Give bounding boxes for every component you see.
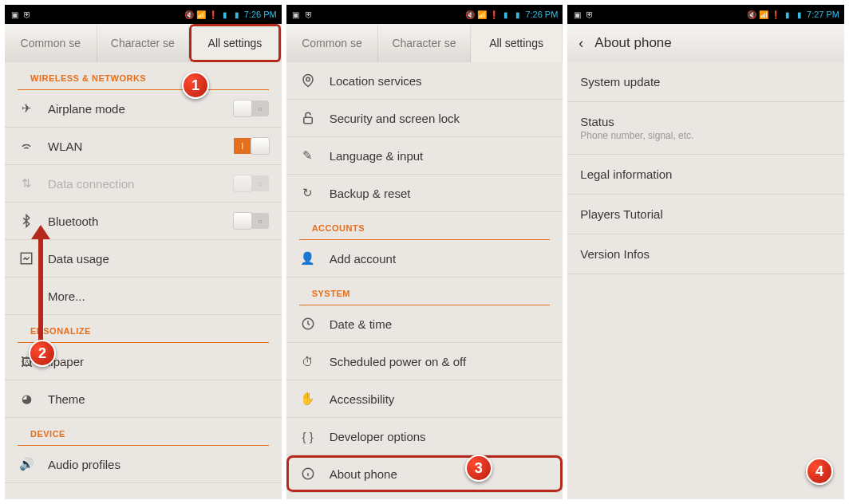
image-icon: ▣ bbox=[572, 10, 582, 19]
location-icon bbox=[299, 72, 317, 89]
screen-3: ▣⛨ 🔇📶❗▮▮7:27 PM ‹ About phone System upd… bbox=[567, 5, 844, 499]
pen-icon: ✎ bbox=[299, 147, 317, 164]
tab-all-settings[interactable]: All settings bbox=[471, 24, 563, 62]
item-label: Accessibility bbox=[330, 392, 395, 406]
section-personalize: ERSONALIZE bbox=[18, 315, 269, 343]
clock: 7:27 PM bbox=[807, 10, 839, 19]
item-developer[interactable]: { }Developer options bbox=[286, 418, 563, 455]
battery-icon: ▮ bbox=[513, 10, 523, 19]
badge-4: 4 bbox=[806, 458, 833, 485]
svg-point-1 bbox=[306, 77, 310, 81]
item-label: Bluetooth bbox=[48, 215, 98, 228]
signal-icon: ▮ bbox=[783, 10, 792, 19]
item-more[interactable]: More... bbox=[5, 278, 282, 315]
clock: 7:26 PM bbox=[525, 10, 558, 19]
tabs: Common se Character se All settings bbox=[5, 24, 282, 62]
settings-list[interactable]: WIRELESS & NETWORKS ✈ Airplane mode ○ WL… bbox=[5, 62, 282, 499]
item-wlan[interactable]: WLAN I bbox=[5, 128, 282, 165]
item-scheduled[interactable]: ⏱Scheduled power on & off bbox=[286, 343, 563, 380]
airplane-toggle[interactable]: ○ bbox=[234, 100, 269, 116]
item-security[interactable]: Security and screen lock bbox=[286, 100, 563, 137]
item-label: Status bbox=[580, 115, 831, 128]
wifi-icon bbox=[18, 137, 35, 155]
item-label: Date & time bbox=[330, 317, 392, 331]
item-label: Theme bbox=[48, 392, 85, 406]
item-label: Add account bbox=[330, 252, 396, 266]
status-bar: ▣ ⛨ 🔇 📶 ❗ ▮ ▮ 7:26 PM bbox=[5, 5, 282, 24]
item-tutorial[interactable]: Players Tutorial bbox=[567, 195, 844, 234]
item-legal[interactable]: Legal information bbox=[567, 155, 844, 195]
item-accessibility[interactable]: ✋Accessibility bbox=[286, 380, 563, 418]
shield-icon: ⛨ bbox=[22, 10, 32, 19]
badge-3: 3 bbox=[465, 455, 492, 482]
item-data-connection: ⇅ Data connection ○ bbox=[5, 165, 282, 203]
data-icon: ⇅ bbox=[18, 175, 35, 192]
item-location[interactable]: Location services bbox=[286, 62, 563, 100]
item-sublabel: Phone number, signal, etc. bbox=[580, 130, 831, 141]
page-title: About phone bbox=[594, 35, 671, 51]
back-button[interactable]: ‹ bbox=[579, 35, 583, 52]
item-about-phone[interactable]: About phone bbox=[286, 455, 563, 493]
hand-icon: ✋ bbox=[299, 390, 317, 408]
item-version[interactable]: Version Infos bbox=[567, 234, 844, 274]
battery-icon: ▮ bbox=[232, 10, 242, 19]
item-label: Version Infos bbox=[580, 247, 831, 261]
shield-icon: ⛨ bbox=[304, 10, 314, 19]
image-icon: ▣ bbox=[291, 10, 301, 19]
settings-list[interactable]: Location services Security and screen lo… bbox=[286, 62, 563, 499]
airplane-icon: ✈ bbox=[18, 100, 35, 117]
item-label: Scheduled power on & off bbox=[330, 355, 467, 368]
section-system: SYSTEM bbox=[299, 278, 551, 305]
item-datetime[interactable]: Date & time bbox=[286, 305, 563, 343]
clock-icon bbox=[299, 315, 317, 333]
item-audio[interactable]: 🔊 Audio profiles bbox=[5, 446, 282, 483]
wifi-icon: 📶 bbox=[477, 10, 487, 19]
mute-icon: 🔇 bbox=[465, 10, 475, 19]
badge-2: 2 bbox=[29, 340, 56, 367]
item-label: Security and screen lock bbox=[330, 112, 460, 125]
item-label: WLAN bbox=[48, 140, 82, 153]
mute-icon: 🔇 bbox=[747, 10, 756, 19]
alert-icon: ❗ bbox=[771, 10, 780, 19]
item-label: Audio profiles bbox=[48, 458, 120, 471]
svg-rect-2 bbox=[303, 117, 312, 124]
wlan-toggle[interactable]: I bbox=[234, 138, 269, 154]
braces-icon: { } bbox=[299, 427, 317, 445]
item-data-usage[interactable]: Data usage bbox=[5, 240, 282, 278]
timer-icon: ⏱ bbox=[299, 352, 317, 370]
section-accounts: ACCOUNTS bbox=[299, 212, 551, 240]
item-label: About phone bbox=[330, 467, 397, 481]
item-add-account[interactable]: 👤Add account bbox=[286, 240, 563, 278]
item-label: Location services bbox=[330, 74, 422, 88]
item-airplane[interactable]: ✈ Airplane mode ○ bbox=[5, 90, 282, 128]
tab-character[interactable]: Character se bbox=[97, 24, 190, 62]
item-backup[interactable]: ↻Backup & reset bbox=[286, 175, 563, 212]
theme-icon: ◕ bbox=[18, 390, 35, 408]
tab-common[interactable]: Common se bbox=[5, 24, 97, 62]
clock: 7:26 PM bbox=[244, 10, 277, 19]
item-status[interactable]: StatusPhone number, signal, etc. bbox=[567, 102, 844, 155]
tab-all-settings[interactable]: All settings bbox=[189, 24, 282, 62]
item-label: Data usage bbox=[48, 252, 109, 266]
shield-icon: ⛨ bbox=[585, 10, 594, 19]
lock-icon bbox=[299, 109, 317, 127]
item-system-update[interactable]: System update bbox=[567, 62, 844, 102]
mute-icon: 🔇 bbox=[184, 10, 194, 19]
image-icon: ▣ bbox=[10, 10, 19, 19]
scroll-arrow bbox=[38, 236, 43, 356]
item-label: Language & input bbox=[330, 149, 424, 163]
screen-1: ▣ ⛨ 🔇 📶 ❗ ▮ ▮ 7:26 PM Common se Characte… bbox=[5, 5, 282, 499]
data-toggle: ○ bbox=[234, 175, 269, 191]
info-icon bbox=[299, 465, 317, 482]
item-label: Backup & reset bbox=[330, 187, 411, 200]
alert-icon: ❗ bbox=[208, 10, 218, 19]
tab-character[interactable]: Character se bbox=[378, 24, 471, 62]
bluetooth-toggle[interactable]: ○ bbox=[234, 213, 269, 229]
item-label: System update bbox=[580, 75, 831, 89]
item-label: Airplane mode bbox=[48, 102, 125, 116]
status-bar: ▣⛨ 🔇📶❗▮▮7:26 PM bbox=[286, 5, 563, 24]
item-theme[interactable]: ◕ Theme bbox=[5, 380, 282, 418]
tab-common[interactable]: Common se bbox=[286, 24, 379, 62]
item-language[interactable]: ✎Language & input bbox=[286, 137, 563, 175]
about-list[interactable]: System update StatusPhone number, signal… bbox=[567, 62, 844, 499]
